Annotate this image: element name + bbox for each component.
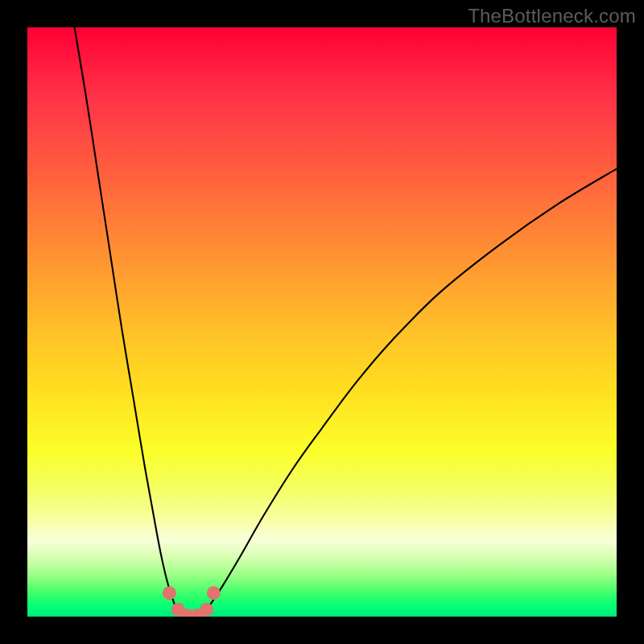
- valley-marker: [163, 586, 176, 600]
- curve-right-branch: [210, 169, 617, 605]
- chart-frame: TheBottleneck.com: [0, 0, 644, 644]
- valley-marker: [200, 603, 213, 617]
- valley-marker: [207, 586, 221, 600]
- curve-layer: [27, 27, 617, 617]
- plot-area: [27, 27, 617, 617]
- watermark-text: TheBottleneck.com: [468, 5, 636, 27]
- curve-left-branch: [75, 27, 175, 605]
